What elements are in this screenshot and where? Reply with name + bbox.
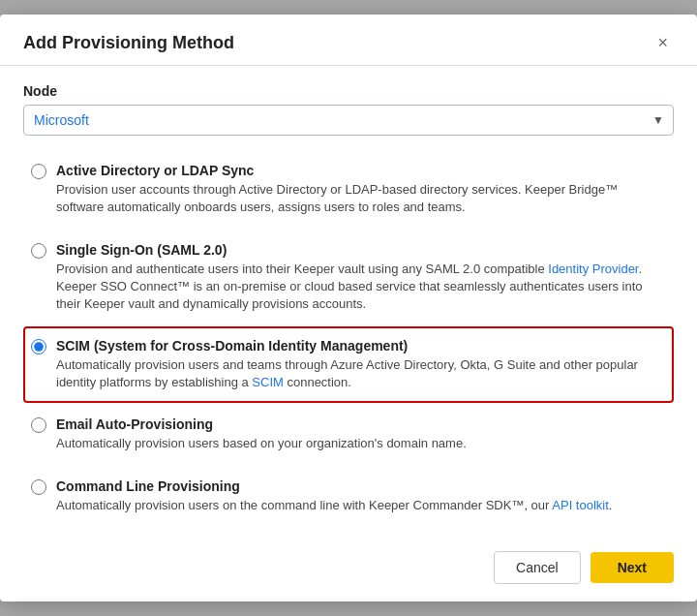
option-title-email: Email Auto-Provisioning [56,416,467,432]
option-content-scim: SCIM (System for Cross-Domain Identity M… [56,338,666,391]
next-button[interactable]: Next [591,552,674,583]
radio-col-sso [31,243,46,262]
dialog-footer: Cancel Next [0,536,697,601]
scim-link[interactable]: SCIM [252,375,284,389]
option-content-cli: Command Line Provisioning Automatically … [56,478,612,514]
option-desc-email: Automatically provision users based on y… [56,435,467,452]
option-desc-ad-ldap: Provision user accounts through Active D… [56,181,666,216]
add-provisioning-dialog: Add Provisioning Method × Node Microsoft… [0,15,697,601]
node-label: Node [23,83,674,99]
options-list: Active Directory or LDAP Sync Provision … [23,151,674,526]
option-content-email: Email Auto-Provisioning Automatically pr… [56,416,467,452]
radio-sso[interactable] [31,243,46,259]
radio-cli[interactable] [31,479,46,495]
option-title-scim: SCIM (System for Cross-Domain Identity M… [56,338,666,354]
option-cli[interactable]: Command Line Provisioning Automatically … [23,467,674,526]
radio-email[interactable] [31,417,46,433]
dialog-overlay: Add Provisioning Method × Node Microsoft… [0,0,697,616]
api-toolkit-link[interactable]: API toolkit [552,498,609,512]
option-ad-ldap[interactable]: Active Directory or LDAP Sync Provision … [23,151,674,228]
radio-col-email [31,417,46,436]
node-select-wrapper: Microsoft ▼ [23,105,674,136]
option-content-sso: Single Sign-On (SAML 2.0) Provision and … [56,242,666,314]
option-title-sso: Single Sign-On (SAML 2.0) [56,242,666,258]
option-title-ad-ldap: Active Directory or LDAP Sync [56,163,666,178]
cancel-button[interactable]: Cancel [494,551,581,584]
dialog-title: Add Provisioning Method [23,33,234,53]
dialog-header: Add Provisioning Method × [0,15,697,66]
radio-ad-ldap[interactable] [31,164,46,179]
option-desc-sso: Provision and authenticate users into th… [56,261,666,314]
dialog-body: Node Microsoft ▼ Active Directory or LDA… [0,66,697,536]
option-title-cli: Command Line Provisioning [56,478,612,494]
option-desc-scim: Automatically provision users and teams … [56,356,666,391]
option-sso[interactable]: Single Sign-On (SAML 2.0) Provision and … [23,231,674,325]
radio-col-ad-ldap [31,164,46,182]
identity-provider-link[interactable]: Identity Provider [548,262,638,276]
radio-col-cli [31,479,46,498]
option-desc-cli: Automatically provision users on the com… [56,497,612,514]
node-select[interactable]: Microsoft [23,105,674,136]
option-email[interactable]: Email Auto-Provisioning Automatically pr… [23,405,674,464]
node-section: Node Microsoft ▼ [23,83,674,136]
option-scim[interactable]: SCIM (System for Cross-Domain Identity M… [23,326,674,403]
option-content-ad-ldap: Active Directory or LDAP Sync Provision … [56,163,666,216]
radio-col-scim [31,339,46,357]
radio-scim[interactable] [31,339,46,354]
close-button[interactable]: × [652,32,674,53]
